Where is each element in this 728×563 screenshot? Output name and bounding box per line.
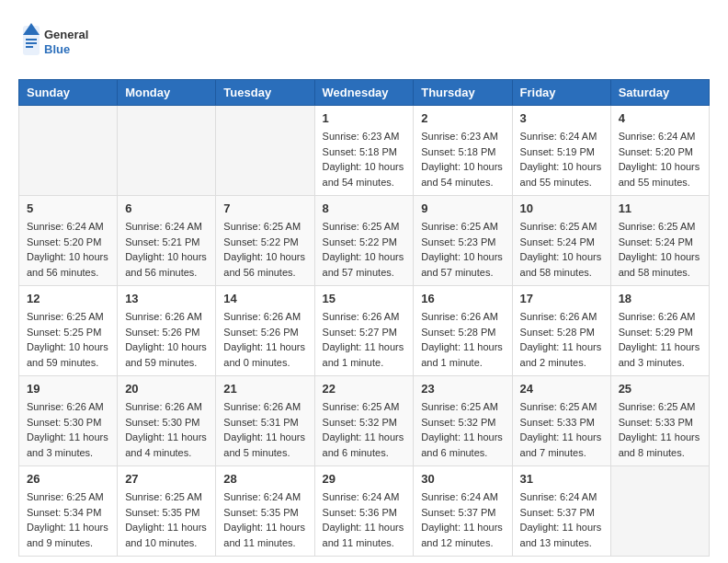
day-info: Sunrise: 6:24 AM Sunset: 5:37 PM Dayligh… <box>520 489 603 550</box>
calendar-cell: 15Sunrise: 6:26 AM Sunset: 5:27 PM Dayli… <box>314 286 414 376</box>
day-number: 24 <box>520 382 603 396</box>
day-info: Sunrise: 6:25 AM Sunset: 5:24 PM Dayligh… <box>520 219 603 280</box>
calendar-header-tuesday: Tuesday <box>216 80 314 106</box>
calendar-cell: 24Sunrise: 6:25 AM Sunset: 5:33 PM Dayli… <box>512 376 610 466</box>
logo: General Blue <box>18 18 101 64</box>
day-info: Sunrise: 6:25 AM Sunset: 5:33 PM Dayligh… <box>619 399 701 460</box>
calendar-cell: 2Sunrise: 6:23 AM Sunset: 5:18 PM Daylig… <box>414 106 512 196</box>
calendar-cell: 27Sunrise: 6:25 AM Sunset: 5:35 PM Dayli… <box>118 466 216 557</box>
calendar-week-row: 26Sunrise: 6:25 AM Sunset: 5:34 PM Dayli… <box>19 466 710 557</box>
calendar-cell: 3Sunrise: 6:24 AM Sunset: 5:19 PM Daylig… <box>512 106 610 196</box>
calendar-cell: 28Sunrise: 6:24 AM Sunset: 5:35 PM Dayli… <box>216 466 314 557</box>
day-number: 3 <box>520 111 603 125</box>
calendar-header-sunday: Sunday <box>19 80 118 106</box>
calendar-cell: 8Sunrise: 6:25 AM Sunset: 5:22 PM Daylig… <box>314 196 414 286</box>
day-number: 9 <box>421 201 504 215</box>
calendar-cell: 26Sunrise: 6:25 AM Sunset: 5:34 PM Dayli… <box>19 466 118 557</box>
day-number: 1 <box>323 111 406 125</box>
day-info: Sunrise: 6:24 AM Sunset: 5:21 PM Dayligh… <box>125 219 208 280</box>
day-number: 6 <box>125 201 208 215</box>
calendar-cell: 29Sunrise: 6:24 AM Sunset: 5:36 PM Dayli… <box>314 466 414 557</box>
calendar-header-saturday: Saturday <box>610 80 709 106</box>
day-info: Sunrise: 6:25 AM Sunset: 5:34 PM Dayligh… <box>27 489 109 550</box>
calendar-cell: 20Sunrise: 6:26 AM Sunset: 5:30 PM Dayli… <box>118 376 216 466</box>
day-number: 2 <box>421 111 504 125</box>
calendar-cell: 7Sunrise: 6:25 AM Sunset: 5:22 PM Daylig… <box>216 196 314 286</box>
calendar-cell: 19Sunrise: 6:26 AM Sunset: 5:30 PM Dayli… <box>19 376 118 466</box>
day-number: 20 <box>125 382 208 396</box>
day-number: 18 <box>619 292 701 305</box>
calendar-cell: 6Sunrise: 6:24 AM Sunset: 5:21 PM Daylig… <box>118 196 216 286</box>
day-info: Sunrise: 6:24 AM Sunset: 5:37 PM Dayligh… <box>421 489 504 550</box>
calendar-week-row: 1Sunrise: 6:23 AM Sunset: 5:18 PM Daylig… <box>19 106 710 196</box>
day-number: 14 <box>223 292 306 305</box>
day-info: Sunrise: 6:25 AM Sunset: 5:22 PM Dayligh… <box>223 219 306 280</box>
calendar-header-thursday: Thursday <box>414 80 512 106</box>
day-info: Sunrise: 6:23 AM Sunset: 5:18 PM Dayligh… <box>323 129 406 190</box>
day-number: 31 <box>520 472 603 486</box>
calendar-week-row: 19Sunrise: 6:26 AM Sunset: 5:30 PM Dayli… <box>19 376 710 466</box>
day-info: Sunrise: 6:26 AM Sunset: 5:30 PM Dayligh… <box>27 399 109 460</box>
calendar-week-row: 12Sunrise: 6:25 AM Sunset: 5:25 PM Dayli… <box>19 286 710 376</box>
day-number: 10 <box>520 201 603 215</box>
calendar-cell: 30Sunrise: 6:24 AM Sunset: 5:37 PM Dayli… <box>414 466 512 557</box>
calendar-header-monday: Monday <box>118 80 216 106</box>
calendar-cell: 10Sunrise: 6:25 AM Sunset: 5:24 PM Dayli… <box>512 196 610 286</box>
day-number: 7 <box>223 201 306 215</box>
calendar-cell: 21Sunrise: 6:26 AM Sunset: 5:31 PM Dayli… <box>216 376 314 466</box>
day-info: Sunrise: 6:26 AM Sunset: 5:26 PM Dayligh… <box>223 309 306 370</box>
calendar-cell: 17Sunrise: 6:26 AM Sunset: 5:28 PM Dayli… <box>512 286 610 376</box>
calendar-cell <box>216 106 314 196</box>
day-number: 17 <box>520 292 603 305</box>
calendar-cell: 11Sunrise: 6:25 AM Sunset: 5:24 PM Dayli… <box>610 196 709 286</box>
day-number: 22 <box>323 382 406 396</box>
svg-rect-4 <box>26 39 37 40</box>
calendar-table: SundayMondayTuesdayWednesdayThursdayFrid… <box>18 79 710 557</box>
day-info: Sunrise: 6:26 AM Sunset: 5:28 PM Dayligh… <box>421 309 504 370</box>
day-number: 11 <box>619 201 701 215</box>
svg-text:Blue: Blue <box>44 42 70 56</box>
calendar-cell <box>610 466 709 557</box>
logo-svg: General Blue <box>18 18 101 64</box>
day-info: Sunrise: 6:26 AM Sunset: 5:31 PM Dayligh… <box>223 399 306 460</box>
day-number: 15 <box>323 292 406 305</box>
calendar-cell: 9Sunrise: 6:25 AM Sunset: 5:23 PM Daylig… <box>414 196 512 286</box>
day-number: 21 <box>223 382 306 396</box>
calendar-cell: 4Sunrise: 6:24 AM Sunset: 5:20 PM Daylig… <box>610 106 709 196</box>
day-info: Sunrise: 6:25 AM Sunset: 5:32 PM Dayligh… <box>323 399 406 460</box>
calendar-cell: 16Sunrise: 6:26 AM Sunset: 5:28 PM Dayli… <box>414 286 512 376</box>
day-number: 13 <box>125 292 208 305</box>
day-info: Sunrise: 6:25 AM Sunset: 5:24 PM Dayligh… <box>619 219 701 280</box>
calendar-cell: 12Sunrise: 6:25 AM Sunset: 5:25 PM Dayli… <box>19 286 118 376</box>
day-number: 5 <box>27 201 109 215</box>
day-number: 12 <box>27 292 109 305</box>
day-info: Sunrise: 6:26 AM Sunset: 5:30 PM Dayligh… <box>125 399 208 460</box>
calendar-header-wednesday: Wednesday <box>314 80 414 106</box>
day-info: Sunrise: 6:25 AM Sunset: 5:23 PM Dayligh… <box>421 219 504 280</box>
calendar-header-row: SundayMondayTuesdayWednesdayThursdayFrid… <box>19 80 710 106</box>
calendar-cell: 1Sunrise: 6:23 AM Sunset: 5:18 PM Daylig… <box>314 106 414 196</box>
day-number: 26 <box>27 472 109 486</box>
day-number: 29 <box>323 472 406 486</box>
day-info: Sunrise: 6:25 AM Sunset: 5:35 PM Dayligh… <box>125 489 208 550</box>
day-info: Sunrise: 6:24 AM Sunset: 5:35 PM Dayligh… <box>223 489 306 550</box>
page-header: General Blue <box>18 18 710 64</box>
day-info: Sunrise: 6:26 AM Sunset: 5:27 PM Dayligh… <box>323 309 406 370</box>
calendar-cell: 23Sunrise: 6:25 AM Sunset: 5:32 PM Dayli… <box>414 376 512 466</box>
day-info: Sunrise: 6:24 AM Sunset: 5:19 PM Dayligh… <box>520 129 603 190</box>
calendar-cell: 13Sunrise: 6:26 AM Sunset: 5:26 PM Dayli… <box>118 286 216 376</box>
calendar-cell: 14Sunrise: 6:26 AM Sunset: 5:26 PM Dayli… <box>216 286 314 376</box>
day-number: 19 <box>27 382 109 396</box>
day-number: 16 <box>421 292 504 305</box>
day-info: Sunrise: 6:25 AM Sunset: 5:22 PM Dayligh… <box>323 219 406 280</box>
calendar-cell: 18Sunrise: 6:26 AM Sunset: 5:29 PM Dayli… <box>610 286 709 376</box>
day-info: Sunrise: 6:25 AM Sunset: 5:32 PM Dayligh… <box>421 399 504 460</box>
calendar-cell: 22Sunrise: 6:25 AM Sunset: 5:32 PM Dayli… <box>314 376 414 466</box>
calendar-cell: 25Sunrise: 6:25 AM Sunset: 5:33 PM Dayli… <box>610 376 709 466</box>
day-number: 27 <box>125 472 208 486</box>
day-info: Sunrise: 6:24 AM Sunset: 5:20 PM Dayligh… <box>619 129 701 190</box>
svg-rect-5 <box>26 42 37 44</box>
day-info: Sunrise: 6:24 AM Sunset: 5:36 PM Dayligh… <box>323 489 406 550</box>
day-info: Sunrise: 6:26 AM Sunset: 5:28 PM Dayligh… <box>520 309 603 370</box>
svg-text:General: General <box>44 28 88 41</box>
